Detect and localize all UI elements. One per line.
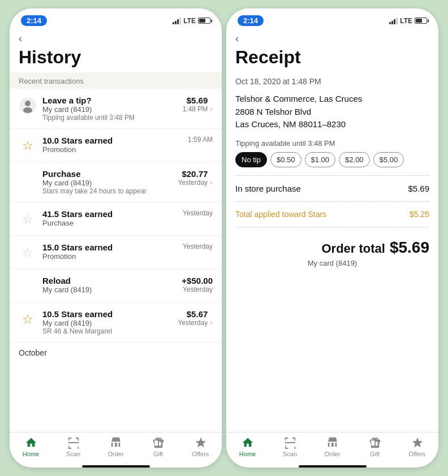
nav-gift-right[interactable]: Gift bbox=[354, 436, 396, 457]
tx-stars3-title: 15.0 Stars earned bbox=[42, 243, 178, 252]
tx-tip-right: $5.69 1:48 PM bbox=[183, 96, 208, 113]
nav-order-label-left: Order bbox=[107, 451, 123, 457]
back-button-right[interactable]: ‹ bbox=[226, 28, 438, 45]
tx-tip-time: 1:48 PM bbox=[183, 105, 208, 113]
october-label: October bbox=[10, 343, 222, 360]
tx-stars2-title: 41.5 Stars earned bbox=[42, 209, 178, 219]
battery-icon-right bbox=[415, 18, 427, 24]
order-total-section: Order total $5.69 My card (8419) bbox=[235, 239, 429, 267]
nav-gift-label-right: Gift bbox=[370, 451, 380, 457]
tx-stars1-time: 1:59 AM bbox=[188, 136, 213, 144]
tip-buttons-group: No tip $0.50 $1.00 $2.00 $5.00 bbox=[235, 152, 429, 167]
tx-reload-body: Reload My card (8419) bbox=[42, 276, 177, 294]
tx-tip[interactable]: Leave a tip? My card (8419) Tipping avai… bbox=[10, 89, 222, 129]
tx-stars1-right: 1:59 AM bbox=[188, 136, 213, 144]
left-phone: 2:14 LTE ‹ History Recent transactions bbox=[10, 8, 222, 468]
tip-100[interactable]: $1.00 bbox=[305, 152, 336, 167]
status-bar-left: 2:14 LTE bbox=[10, 8, 222, 28]
tx-reload-amount: +$50.00 bbox=[182, 276, 213, 285]
chevron-icon-stars4: › bbox=[210, 318, 213, 327]
back-button-left[interactable]: ‹ bbox=[10, 28, 222, 45]
page-title-right: Receipt bbox=[226, 45, 438, 72]
order-total-row: Order total $5.69 bbox=[235, 239, 429, 257]
tx-stars2-time: Yesterday bbox=[183, 209, 213, 217]
receipt-date: Oct 18, 2020 at 1:48 PM bbox=[235, 77, 429, 86]
home-indicator-right bbox=[299, 465, 367, 468]
nav-scan-left[interactable]: Scan bbox=[52, 436, 94, 457]
nav-order-left[interactable]: Order bbox=[94, 436, 137, 457]
tip-no-tip[interactable]: No tip bbox=[235, 152, 267, 167]
star-icon-1: ☆ bbox=[19, 137, 37, 155]
tx-stars4-note: SR 46 & New Margaret bbox=[42, 327, 173, 335]
recent-transactions-label: Recent transactions bbox=[10, 72, 222, 89]
tx-reload-sub: My card (8419) bbox=[42, 285, 177, 294]
tx-purchase1[interactable]: Purchase My card (8419) Stars may take 2… bbox=[10, 162, 222, 202]
reload-icon bbox=[19, 277, 37, 295]
tx-purchase1-sub: My card (8419) bbox=[42, 179, 173, 187]
lte-label-right: LTE bbox=[400, 17, 412, 25]
tx-stars1-title: 10.0 Stars earned bbox=[42, 136, 183, 145]
bottom-nav-left: Home Scan Order bbox=[10, 432, 222, 463]
nav-scan-label-right: Scan bbox=[283, 451, 297, 457]
tx-stars3-right: Yesterday bbox=[183, 243, 213, 250]
history-scroll[interactable]: Recent transactions Leave a tip? My card… bbox=[10, 72, 222, 432]
nav-scan-label-left: Scan bbox=[66, 451, 80, 457]
svg-point-2 bbox=[23, 107, 32, 113]
tx-stars3-body: 15.0 Stars earned Promotion bbox=[42, 243, 178, 261]
tx-tip-title: Leave a tip? bbox=[42, 96, 178, 105]
receipt-store: Telshor & Commerce, Las Cruces 2808 N Te… bbox=[235, 93, 429, 131]
nav-offers-right[interactable]: Offers bbox=[396, 436, 438, 457]
scan-icon-left bbox=[67, 436, 80, 449]
stars-row: Total applied toward Stars $5.25 bbox=[235, 206, 429, 222]
signal-icon-left bbox=[173, 18, 181, 24]
tx-reload: Reload My card (8419) +$50.00 Yesterday bbox=[10, 269, 222, 302]
order-card-label: My card (8419) bbox=[235, 259, 429, 267]
tx-tip-amount: $5.69 bbox=[187, 96, 208, 105]
nav-home-label-right: Home bbox=[239, 451, 256, 457]
in-store-value: $5.69 bbox=[408, 184, 429, 193]
tx-stars2: ☆ 41.5 Stars earned Purchase Yesterday bbox=[10, 202, 222, 236]
page-title-left: History bbox=[10, 45, 222, 72]
nav-home-label-left: Home bbox=[23, 451, 39, 457]
signal-icon-right bbox=[389, 18, 398, 24]
tx-purchase1-time: Yesterday bbox=[178, 179, 208, 187]
tx-tip-note: Tipping available until 3:48 PM bbox=[42, 114, 178, 122]
divider-3 bbox=[235, 227, 429, 227]
nav-order-right[interactable]: Order bbox=[311, 436, 354, 457]
star-icon-3: ☆ bbox=[19, 244, 37, 262]
gift-icon-left bbox=[152, 436, 165, 449]
order-icon-right bbox=[326, 436, 339, 449]
tx-reload-right: +$50.00 Yesterday bbox=[182, 276, 213, 293]
stars-value: $5.25 bbox=[410, 210, 429, 219]
tx-stars4-amount: $5.67 bbox=[187, 309, 208, 319]
tx-stars2-body: 41.5 Stars earned Purchase bbox=[42, 209, 178, 227]
phones-container: 2:14 LTE ‹ History Recent transactions bbox=[1, 0, 447, 476]
divider-1 bbox=[235, 175, 429, 176]
star-icon-2: ☆ bbox=[19, 210, 37, 228]
status-time-left: 2:14 bbox=[21, 15, 47, 26]
status-bar-right: 2:14 LTE bbox=[226, 8, 438, 28]
status-right-right: LTE bbox=[389, 17, 427, 25]
nav-home-right[interactable]: Home bbox=[226, 436, 269, 457]
nav-scan-right[interactable]: Scan bbox=[269, 436, 311, 457]
tip-500[interactable]: $5.00 bbox=[373, 152, 404, 167]
tx-stars3-time: Yesterday bbox=[183, 243, 213, 250]
tx-stars3: ☆ 15.0 Stars earned Promotion Yesterday bbox=[10, 236, 222, 269]
nav-gift-left[interactable]: Gift bbox=[137, 436, 179, 457]
nav-offers-left[interactable]: Offers bbox=[179, 436, 222, 457]
chevron-icon-purchase1: › bbox=[210, 178, 213, 187]
tx-stars1: ☆ 10.0 Stars earned Promotion 1:59 AM bbox=[10, 129, 222, 162]
stars-label: Total applied toward Stars bbox=[235, 210, 326, 219]
receipt-scroll[interactable]: Oct 18, 2020 at 1:48 PM Telshor & Commer… bbox=[226, 72, 438, 432]
scan-icon-right bbox=[283, 436, 297, 449]
offers-icon-left bbox=[194, 436, 208, 449]
tx-purchase1-amount: $20.77 bbox=[182, 169, 208, 179]
nav-home-left[interactable]: Home bbox=[10, 436, 52, 457]
offers-icon-right bbox=[411, 436, 424, 449]
tip-050[interactable]: $0.50 bbox=[270, 152, 301, 167]
bottom-nav-right: Home Scan Order bbox=[226, 432, 438, 463]
home-icon-right bbox=[241, 436, 255, 449]
tip-200[interactable]: $2.00 bbox=[339, 152, 370, 167]
tx-stars4[interactable]: ☆ 10.5 Stars earned My card (8419) SR 46… bbox=[10, 302, 222, 343]
nav-order-label-right: Order bbox=[324, 451, 340, 457]
